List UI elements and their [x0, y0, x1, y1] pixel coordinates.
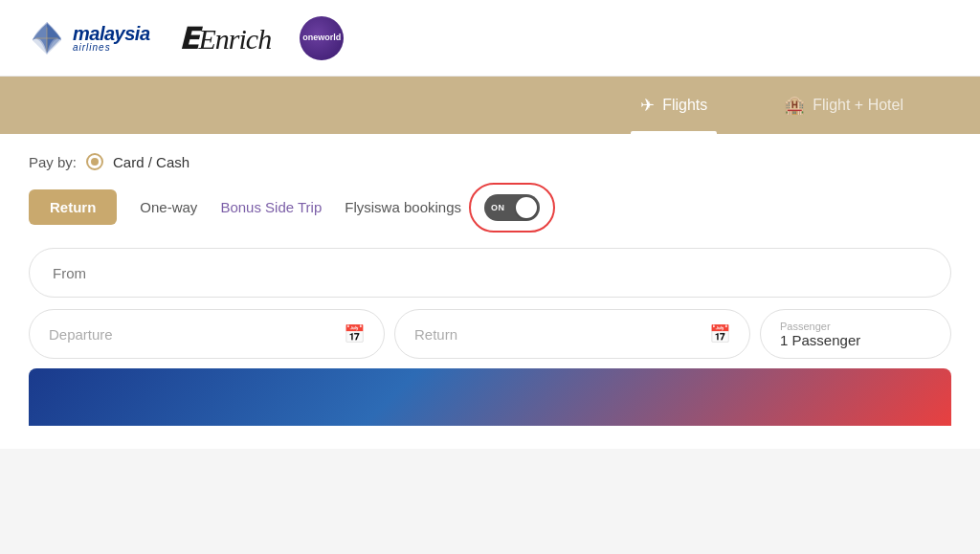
- from-input[interactable]: [29, 248, 951, 298]
- oneworld-text: oneworld: [302, 33, 341, 43]
- flysiswa-toggle-container: ON: [484, 194, 540, 221]
- passenger-label: Passenger: [780, 321, 931, 332]
- departure-calendar-icon: 📅: [344, 323, 365, 344]
- enrich-logo[interactable]: 𝗘Enrich: [179, 20, 272, 56]
- enrich-text: Enrich: [199, 23, 272, 55]
- malaysia-text: malaysia: [73, 24, 150, 43]
- card-teaser-banner: [29, 368, 951, 426]
- flight-hotel-tab-label: Flight + Hotel: [813, 97, 903, 114]
- kite-icon: [29, 20, 65, 56]
- date-passenger-row: Departure 📅 Return 📅 Passenger 1 Passeng…: [29, 309, 951, 359]
- return-placeholder: Return: [414, 326, 457, 343]
- toggle-on-text: ON: [491, 203, 505, 212]
- trip-type-row: Return One-way Bonus Side Trip Flysiswa …: [29, 189, 951, 225]
- passenger-value: 1 Passenger: [780, 332, 931, 348]
- departure-placeholder: Departure: [49, 326, 113, 343]
- return-button[interactable]: Return: [29, 189, 117, 225]
- pay-by-row: Pay by: Card / Cash: [29, 153, 951, 170]
- flights-icon: ✈: [640, 95, 655, 116]
- main-content: Pay by: Card / Cash Return One-way Bonus…: [0, 134, 980, 449]
- hotel-icon: 🏨: [784, 95, 805, 116]
- top-navigation: malaysia airlines 𝗘Enrich oneworld: [0, 0, 980, 77]
- flysiswa-toggle[interactable]: ON: [484, 194, 540, 221]
- tab-flights[interactable]: ✈ Flights: [602, 77, 746, 134]
- passenger-field[interactable]: Passenger 1 Passenger: [760, 309, 951, 359]
- airlines-text: airlines: [73, 43, 150, 53]
- oneworld-logo[interactable]: oneworld: [300, 16, 344, 60]
- pay-by-option-label: Card / Cash: [113, 154, 189, 170]
- bonus-side-trip-option[interactable]: Bonus Side Trip: [220, 199, 322, 215]
- one-way-option[interactable]: One-way: [140, 199, 197, 215]
- return-date-field[interactable]: Return 📅: [394, 309, 750, 359]
- malaysia-airlines-wordmark: malaysia airlines: [73, 24, 150, 53]
- toggle-thumb: [516, 197, 537, 218]
- malaysia-airlines-logo[interactable]: malaysia airlines: [29, 20, 150, 56]
- departure-field[interactable]: Departure 📅: [29, 309, 385, 359]
- pay-by-label: Pay by:: [29, 154, 77, 170]
- flights-tab-label: Flights: [662, 97, 707, 114]
- radio-inner: [91, 158, 99, 166]
- flysiswa-label: Flysiswa bookings: [345, 199, 461, 215]
- tab-flight-hotel[interactable]: 🏨 Flight + Hotel: [746, 77, 942, 134]
- return-calendar-icon: 📅: [709, 323, 730, 344]
- enrich-script-e: 𝗘: [179, 21, 199, 55]
- search-from-row: [29, 248, 951, 298]
- flight-navigation-bar: ✈ Flights 🏨 Flight + Hotel: [0, 77, 980, 134]
- card-cash-radio[interactable]: [86, 153, 103, 170]
